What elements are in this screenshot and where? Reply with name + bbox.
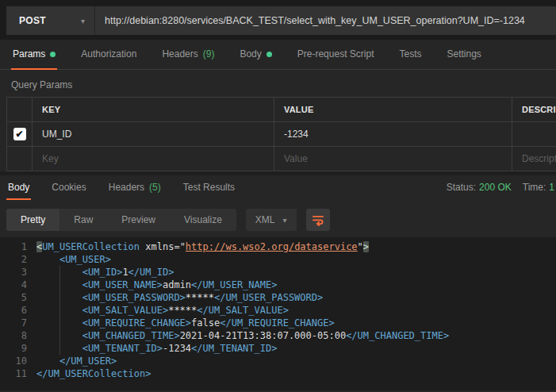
response-tab-headers[interactable]: Headers(5) [107, 175, 163, 200]
param-select-cell: ✔ [7, 122, 33, 147]
code-token: <UM_SALT_VALUE> [82, 305, 168, 316]
code-link[interactable]: http://ws.wso2.org/dataservice [186, 241, 358, 252]
code-line: 2 <UM_USER> [0, 253, 556, 266]
code-token: <UM_USER_PASSWORD> [82, 292, 186, 303]
indent-guide [59, 279, 60, 291]
code-token: </UM_USER_PASSWORD> [214, 292, 323, 303]
line-content: <UM_USERCollection xmlns="http://ws.wso2… [36, 240, 556, 253]
param-key-cell[interactable]: Key [33, 147, 274, 171]
response-body-editor[interactable]: 1<UM_USERCollection xmlns="http://ws.wso… [0, 237, 556, 392]
code-line: 10 </UM_USER> [0, 355, 556, 367]
line-content: <UM_TENANT_ID>-1234</UM_TENANT_ID> [36, 342, 556, 355]
code-token: > [363, 241, 369, 252]
line-number: 4 [0, 279, 36, 291]
code-token: ***** [168, 305, 197, 316]
code-line: 7 <UM_REQUIRE_CHANGE>false</UM_REQUIRE_C… [0, 317, 556, 329]
line-content: <UM_SALT_VALUE>*****</UM_SALT_VALUE> [36, 304, 556, 317]
params-header-value: VALUE [274, 98, 512, 122]
response-tab-test-results[interactable]: Test Results [182, 175, 236, 200]
line-content: <UM_CHANGED_TIME>2021-04-21T13:38:07.000… [36, 329, 556, 342]
line-content: </UM_USERCollection> [36, 367, 556, 380]
tab-label: Cookies [52, 182, 86, 193]
tab-count-badge: (5) [149, 182, 161, 193]
request-tabs: ParamsAuthorizationHeaders(9)BodyPre-req… [0, 40, 556, 70]
method-select[interactable]: POST ▾ [6, 6, 95, 35]
code-token: UM_USERCollection [42, 241, 140, 252]
wrap-text-icon [311, 213, 325, 227]
code-line: 11</UM_USERCollection> [0, 367, 556, 380]
line-number: 2 [0, 253, 36, 266]
code-token: false [191, 317, 220, 329]
tab-params[interactable]: Params [11, 40, 57, 70]
tab-headers[interactable]: Headers(9) [160, 40, 216, 70]
green-dot-icon [50, 52, 56, 57]
tab-pre-request-script[interactable]: Pre-request Script [296, 40, 376, 70]
code-token: <UM_USER_NAME> [82, 279, 163, 290]
tab-settings[interactable]: Settings [446, 40, 483, 70]
code-token: xmlns=" [140, 241, 186, 252]
tab-body[interactable]: Body [238, 40, 273, 70]
line-number: 11 [0, 367, 36, 380]
placeholder-text: Value [284, 153, 308, 164]
tab-label: Settings [447, 48, 481, 60]
indent-guide [59, 266, 60, 279]
view-mode-raw[interactable]: Raw [59, 209, 107, 231]
wrap-text-button[interactable] [306, 209, 330, 231]
param-description-cell[interactable] [512, 122, 556, 147]
param-placeholder-row: KeyValueDescription [7, 147, 556, 171]
code-token: 1 [122, 267, 128, 278]
params-header-select [7, 98, 33, 122]
code-token: 2021-04-21T13:38:07.000-05:00 [180, 330, 347, 341]
request-url-section: POST ▾ http://debian:8280/services/BACK_… [0, 0, 556, 40]
code-line: 6 <UM_SALT_VALUE>*****</UM_SALT_VALUE> [0, 304, 556, 317]
response-tab-body[interactable]: Body [6, 175, 31, 200]
params-table: KEY VALUE DESCRIPTION ✔UM_ID-1234KeyValu… [6, 97, 556, 171]
tab-label: Authorization [81, 48, 136, 60]
view-mode-visualize[interactable]: Visualize [170, 209, 236, 231]
code-token: </UM_USER_NAME> [191, 279, 277, 290]
params-header-row: KEY VALUE DESCRIPTION [7, 98, 556, 122]
line-number: 9 [0, 342, 36, 355]
param-value-cell[interactable]: Value [274, 147, 512, 171]
view-mode-switcher: PrettyRawPreviewVisualize [6, 209, 236, 231]
code-token: </UM_SALT_VALUE> [197, 305, 289, 316]
time-value: 1 [549, 182, 554, 193]
code-token: </UM_TENANT_ID> [191, 343, 277, 354]
language-label: XML [255, 214, 275, 225]
param-checkbox[interactable]: ✔ [13, 128, 26, 140]
tab-label: Headers [109, 182, 144, 193]
param-row: ✔UM_ID-1234 [7, 122, 556, 147]
line-content: <UM_USER_PASSWORD>*****</UM_USER_PASSWOR… [36, 291, 556, 304]
status-badge: 200 OK [479, 182, 512, 193]
tab-label: Pre-request Script [297, 48, 374, 60]
indent-guide [59, 291, 60, 304]
response-tab-cookies[interactable]: Cookies [50, 175, 87, 200]
tab-tests[interactable]: Tests [397, 40, 423, 70]
line-content: </UM_USER> [36, 355, 556, 367]
chevron-down-icon: ▾ [283, 216, 287, 225]
view-mode-pretty[interactable]: Pretty [6, 209, 59, 231]
line-number: 7 [0, 317, 36, 329]
code-token: -1234 [163, 343, 191, 354]
code-token: </UM_ID> [128, 267, 174, 278]
tab-authorization[interactable]: Authorization [79, 40, 138, 70]
code-token: admin [163, 279, 191, 290]
param-value-cell[interactable]: -1234 [274, 122, 512, 147]
param-key-cell[interactable]: UM_ID [33, 122, 274, 147]
line-content: <UM_ID>1</UM_ID> [36, 266, 556, 279]
url-input[interactable]: http://debian:8280/services/BACK_TEST/se… [95, 6, 556, 35]
url-text: http://debian:8280/services/BACK_TEST/se… [105, 15, 525, 26]
param-description-cell[interactable]: Description [512, 147, 556, 171]
view-mode-preview[interactable]: Preview [107, 209, 170, 231]
response-tabs: BodyCookiesHeaders(5)Test Results [6, 175, 255, 199]
code-line: 3 <UM_ID>1</UM_ID> [0, 266, 556, 279]
line-number: 5 [0, 291, 36, 304]
line-number: 10 [0, 355, 36, 367]
tab-label: Body [240, 48, 261, 60]
response-toolbar: PrettyRawPreviewVisualize XML ▾ [0, 199, 556, 237]
code-token: <UM_REQUIRE_CHANGE> [82, 317, 191, 329]
code-token: <UM_ID> [82, 267, 123, 278]
line-content: <UM_REQUIRE_CHANGE>false</UM_REQUIRE_CHA… [36, 317, 556, 329]
tab-label: Tests [399, 48, 421, 60]
language-select[interactable]: XML ▾ [246, 209, 297, 231]
